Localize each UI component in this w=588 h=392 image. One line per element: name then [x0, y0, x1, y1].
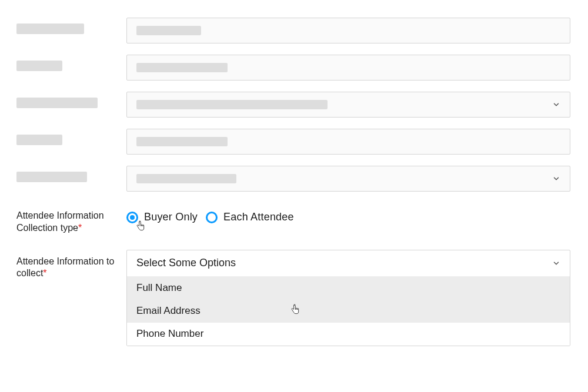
radio-circle-icon	[126, 212, 138, 223]
radio-label-each-attendee: Each Attendee	[223, 211, 294, 223]
chevron-down-icon	[552, 100, 560, 109]
option-label: Email Address	[136, 305, 201, 317]
info-to-collect-label-wrap: Attendee Information to collect*	[16, 250, 126, 280]
select-input-placeholder-1[interactable]	[126, 92, 570, 118]
form-row-placeholder-1	[16, 18, 570, 43]
radio-circle-icon	[206, 212, 218, 223]
option-full-name[interactable]: Full Name	[127, 277, 570, 300]
radio-label-buyer-only: Buyer Only	[144, 211, 198, 223]
radio-each-attendee[interactable]: Each Attendee	[206, 211, 294, 223]
form-row-placeholder-5	[16, 166, 570, 192]
form-label-placeholder	[16, 55, 126, 71]
form-label-placeholder	[16, 92, 126, 108]
chevron-down-icon	[552, 175, 560, 183]
text-input-placeholder-2[interactable]	[126, 55, 570, 81]
option-label: Full Name	[136, 282, 182, 294]
option-phone-number[interactable]: Phone Number	[127, 323, 570, 346]
required-marker: *	[78, 223, 82, 233]
option-label: Phone Number	[136, 328, 203, 340]
form-row-info-to-collect: Attendee Information to collect* Select …	[16, 250, 570, 346]
form-label-placeholder	[16, 166, 126, 182]
collection-type-radio-group: Buyer Only Each Attendee	[126, 210, 570, 223]
form-label-placeholder	[16, 18, 126, 34]
info-to-collect-label: Attendee Information to collect	[16, 256, 114, 279]
required-marker: *	[43, 268, 46, 278]
multiselect-dropdown: Full Name Email Address Phone Number	[127, 276, 570, 346]
form-label-placeholder	[16, 129, 126, 145]
text-input-placeholder-3[interactable]	[126, 129, 570, 155]
multiselect-header[interactable]: Select Some Options	[127, 250, 570, 276]
chevron-down-icon	[552, 259, 560, 267]
form-row-collection-type: Attendee Information Collection type* Bu…	[16, 210, 570, 234]
form-row-placeholder-3	[16, 92, 570, 118]
text-input-placeholder-1[interactable]	[126, 18, 570, 43]
radio-buyer-only[interactable]: Buyer Only	[126, 211, 198, 223]
collection-type-label-wrap: Attendee Information Collection type*	[16, 210, 126, 234]
option-email-address[interactable]: Email Address	[127, 300, 570, 323]
select-input-placeholder-2[interactable]	[126, 166, 570, 192]
collection-type-label: Attendee Information Collection type	[16, 210, 104, 233]
form-row-placeholder-2	[16, 55, 570, 81]
form-row-placeholder-4	[16, 129, 570, 155]
info-to-collect-multiselect[interactable]: Select Some Options Full Name Email Addr…	[126, 250, 570, 346]
multiselect-placeholder: Select Some Options	[136, 257, 236, 269]
